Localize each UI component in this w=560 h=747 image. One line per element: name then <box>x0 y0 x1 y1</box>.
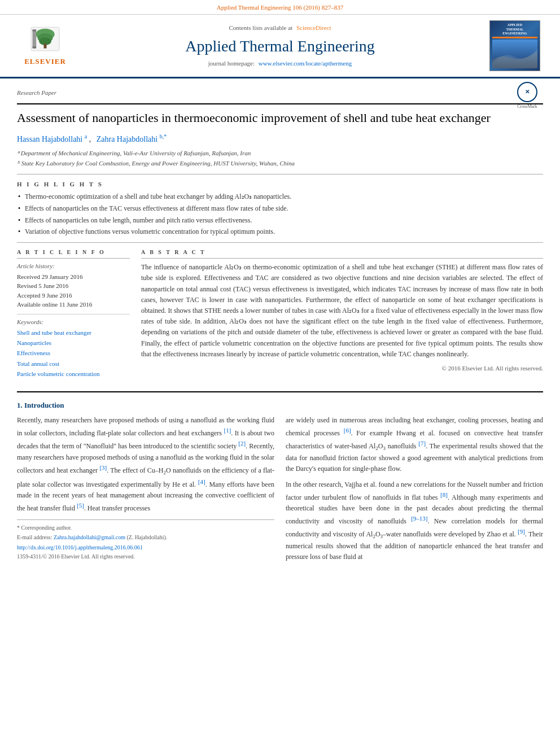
article-info-abstract-section: A R T I C L E I N F O Article history: R… <box>17 248 543 383</box>
journal-cover-area: APPLIEDTHERMALENGINEERING <box>481 20 549 71</box>
author-b-link[interactable]: Zahra Hajabdollahi <box>97 135 160 143</box>
ref-2[interactable]: [2] <box>238 440 246 447</box>
footnote-area: * Corresponding author. E-mail address: … <box>17 519 274 561</box>
abstract-col: A B S T R A C T The influence of nanopar… <box>141 248 543 383</box>
journal-cover: APPLIEDTHERMALENGINEERING <box>489 20 540 71</box>
sciencedirect-link[interactable]: ScienceDirect <box>296 24 331 31</box>
abstract-copyright: © 2016 Elsevier Ltd. All rights reserved… <box>141 364 543 373</box>
intro-para-2: are widely used in numerous areas includ… <box>286 415 543 475</box>
highlight-item-1: Thermo-economic optimization of a shell … <box>17 192 543 202</box>
elsevier-tree-icon <box>28 25 62 53</box>
crossmark: ✕ CrossMark <box>517 82 537 110</box>
elsevier-logo-area: ELSEVIER <box>11 25 79 67</box>
keyword-4-link[interactable]: Total annual cost <box>17 360 59 367</box>
keyword-1-link[interactable]: Shell and tube heat exchanger <box>17 329 91 336</box>
intro-heading: 1. Introduction <box>17 400 543 410</box>
homepage-label: journal homepage: <box>208 60 255 67</box>
keywords-section: Keywords: Shell and tube heat exchanger … <box>17 318 130 379</box>
keywords-divider <box>17 314 130 314</box>
highlight-item-4: Variation of objective functions versus … <box>17 227 543 237</box>
journal-title: Applied Thermal Engineering <box>85 35 475 57</box>
highlight-item-3: Effects of nanoparticles on tube length,… <box>17 216 543 225</box>
ref-3[interactable]: [3] <box>99 464 107 471</box>
journal-ref-text: Applied Thermal Engineering 106 (2016) 8… <box>217 4 343 11</box>
copyright-footer: 1359-4311/© 2016 Elsevier Ltd. All right… <box>17 553 274 561</box>
highlights-top-divider <box>17 174 543 174</box>
author-b-sup: b,* <box>160 133 167 139</box>
keyword-2: Nanoparticles <box>17 338 130 348</box>
highlight-item-2: Effects of nanoparticles on the TAC vers… <box>17 204 543 213</box>
keyword-4: Total annual cost <box>17 359 130 369</box>
crossmark-badge: ✕ <box>517 82 537 102</box>
main-content: Research Paper ✕ CrossMark Assessment of… <box>0 78 560 578</box>
body-col-right: are widely used in numerous areas includ… <box>286 415 543 567</box>
author-a-sup: a <box>85 133 87 139</box>
ref-6[interactable]: [6] <box>344 427 351 434</box>
ref-9b[interactable]: [9] <box>518 528 525 535</box>
ref-5[interactable]: [5] <box>77 502 84 509</box>
cover-orange-bar <box>492 37 537 38</box>
article-info-top-divider <box>17 242 543 243</box>
intro-para-1: Recently, many researchers have proposed… <box>17 415 274 514</box>
body-columns: Recently, many researchers have proposed… <box>17 415 543 567</box>
ref-9-13[interactable]: [9–13] <box>411 515 427 522</box>
crossmark-label: CrossMark <box>517 103 537 110</box>
ref-8[interactable]: [8] <box>440 491 448 498</box>
email-link[interactable]: Zahra.hajahdollahi@gmail.com <box>54 534 125 540</box>
highlights-list: Thermo-economic optimization of a shell … <box>17 192 543 237</box>
author-b-name: Zahra Hajabdollahi <box>97 135 158 143</box>
crossmark-text: ✕ <box>525 88 530 96</box>
sciencedirect-line: Contents lists available at ScienceDirec… <box>85 24 475 32</box>
corresponding-label: * Corresponding author. <box>17 523 274 532</box>
journal-homepage: journal homepage: www.elsevier.com/locat… <box>85 59 475 68</box>
title-area: ✕ CrossMark Assessment of nanoparticles … <box>17 110 543 126</box>
elsevier-logo <box>28 25 62 53</box>
email-person: (Z. Hajabdollahi). <box>126 534 167 540</box>
ref-4[interactable]: [4] <box>198 478 205 485</box>
ref-1[interactable]: [1] <box>224 427 231 434</box>
paper-title: Assessment of nanoparticles in thermoeco… <box>17 110 543 126</box>
abstract-text: The influence of nanoparticle Al₂O₃ on t… <box>141 262 543 360</box>
authors-line: Hassan Hajabdollahi a , Zahra Hajabdolla… <box>17 133 543 145</box>
svg-rect-6 <box>33 30 37 32</box>
sciencedirect-prefix: Contents lists available at <box>229 24 292 31</box>
intro-para-3: In the other research, Vajjha et al. fou… <box>286 479 543 563</box>
section-label: Research Paper <box>17 89 543 97</box>
article-info-header: A R T I C L E I N F O <box>17 248 130 259</box>
available-online-date: Available online 11 June 2016 <box>17 300 130 309</box>
body-col-left: Recently, many researchers have proposed… <box>17 415 274 567</box>
keywords-label: Keywords: <box>17 318 130 326</box>
cover-title: APPLIEDTHERMALENGINEERING <box>502 23 527 36</box>
article-info-col: A R T I C L E I N F O Article history: R… <box>17 248 130 383</box>
keyword-3: Effectiveness <box>17 348 130 358</box>
svg-rect-7 <box>33 47 37 49</box>
body-content: 1. Introduction Recently, many researche… <box>17 391 543 567</box>
affiliation-a: ᵃ Department of Mechanical Engineering, … <box>17 148 543 158</box>
journal-header: ELSEVIER Contents lists available at Sci… <box>0 15 560 78</box>
cover-image <box>492 40 537 68</box>
affiliation-b: ᵇ State Key Laboratory for Coal Combusti… <box>17 159 543 168</box>
history-label: Article history: <box>17 262 130 270</box>
ref-7[interactable]: [7] <box>418 440 426 447</box>
revised-date: Revised 5 June 2016 <box>17 281 130 291</box>
email-line: E-mail address: Zahra.hajahdollahi@gmail… <box>17 533 274 541</box>
svg-rect-4 <box>44 44 47 49</box>
article-history: Article history: Received 29 January 201… <box>17 262 130 309</box>
keyword-5: Particle volumetric concentration <box>17 369 130 379</box>
journal-ref-bar: Applied Thermal Engineering 106 (2016) 8… <box>0 0 560 15</box>
keyword-2-link[interactable]: Nanoparticles <box>17 339 51 346</box>
keyword-3-link[interactable]: Effectiveness <box>17 350 50 356</box>
homepage-url[interactable]: www.elsevier.com/locate/apthermeng <box>259 60 352 67</box>
title-top-divider <box>17 103 543 104</box>
author-a-name: Hassan Hajabdollahi <box>17 135 82 143</box>
abstract-header: A B S T R A C T <box>141 248 543 259</box>
accepted-date: Accepted 9 June 2016 <box>17 291 130 300</box>
journal-header-center: Contents lists available at ScienceDirec… <box>85 24 475 68</box>
keyword-1: Shell and tube heat exchanger <box>17 327 130 338</box>
received-date: Received 29 January 2016 <box>17 272 130 282</box>
svg-rect-5 <box>33 30 37 49</box>
doi-link[interactable]: http://dx.doi.org/10.1016/j.applthermale… <box>17 544 274 552</box>
highlights-header: H I G H L I G H T S <box>17 180 543 189</box>
author-a-link[interactable]: Hassan Hajabdollahi <box>17 135 85 143</box>
keyword-5-link[interactable]: Particle volumetric concentration <box>17 370 100 377</box>
